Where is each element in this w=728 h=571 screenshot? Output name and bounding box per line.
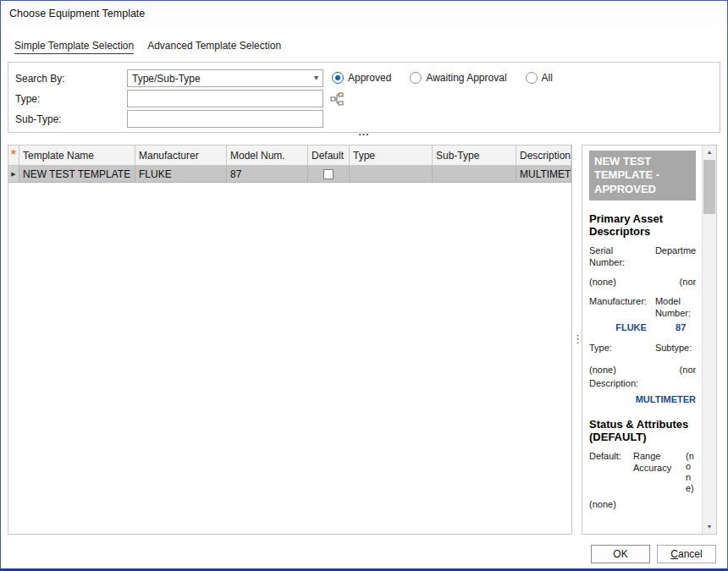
status-attributes-heading: Status & Attributes (DEFAULT) <box>589 418 696 444</box>
subtype-field-value: (none) <box>655 361 696 376</box>
description-label: Description: <box>589 378 696 390</box>
radio-awaiting-approval[interactable]: Awaiting Approval <box>410 72 506 84</box>
range-accuracy-value: (none) <box>686 451 696 494</box>
vertical-splitter-grip[interactable]: ⋮ <box>572 329 582 351</box>
description-value: MULTIMETER <box>589 391 696 405</box>
scroll-up-icon[interactable]: ▲ <box>703 145 716 159</box>
tab-bar: Simple Template Selection Advanced Templ… <box>14 40 281 54</box>
cell-type <box>350 166 433 183</box>
column-header-sub-type[interactable]: Sub-Type <box>433 145 516 166</box>
details-scrollbar[interactable]: ▲ ▼ <box>702 145 716 534</box>
search-by-selected-value: Type/Sub-Type <box>132 73 201 85</box>
table-row[interactable]: ▶ NEW TEST TEMPLATE FLUKE 87 MULTIMETER <box>8 166 571 183</box>
type-input[interactable] <box>127 90 323 107</box>
subtype-field-label: Subtype: <box>655 343 696 354</box>
cancel-button[interactable]: Cancel <box>657 545 716 563</box>
scrollbar-thumb[interactable] <box>703 160 715 214</box>
manufacturer-label: Manufacturer: <box>589 296 647 308</box>
subtype-input[interactable] <box>127 110 323 128</box>
chevron-down-icon: ▾ <box>314 73 318 82</box>
radio-all-label: All <box>542 72 553 84</box>
radio-all[interactable]: All <box>526 72 553 84</box>
subtype-label: Sub-Type: <box>15 113 62 125</box>
default-checkbox[interactable] <box>323 169 334 179</box>
cell-manufacturer: FLUKE <box>135 166 227 183</box>
cell-template-name: NEW TEST TEMPLATE <box>19 166 135 183</box>
scroll-down-icon[interactable]: ▼ <box>703 520 716 534</box>
type-label: Type: <box>15 93 40 105</box>
cell-default <box>308 166 350 183</box>
horizontal-splitter-grip[interactable]: ... <box>1 128 727 140</box>
type-field-label: Type: <box>589 343 647 354</box>
search-by-label: Search By: <box>15 73 65 85</box>
details-content: NEW TEST TEMPLATE - APPROVED Primary Ass… <box>589 151 696 529</box>
tab-advanced-template-selection[interactable]: Advanced Template Selection <box>147 40 281 54</box>
dialog-titlebar: Choose Equipment Template <box>1 1 727 26</box>
column-header-description[interactable]: Description <box>516 145 571 166</box>
primary-asset-descriptors-heading: Primary Asset Descriptors <box>589 212 696 239</box>
default-field-label: Default: <box>589 451 628 463</box>
radio-approved[interactable]: Approved <box>332 72 391 84</box>
range-accuracy-label: Range Accuracy <box>633 451 681 475</box>
radio-awaiting-approval-label: Awaiting Approval <box>426 72 506 84</box>
search-by-dropdown[interactable]: Type/Sub-Type ▾ <box>127 69 323 87</box>
radio-approved-label: Approved <box>348 72 391 84</box>
approval-radio-group: Approved Awaiting Approval All <box>332 72 571 84</box>
cell-sub-type <box>433 166 516 183</box>
serial-number-label: Serial Number: <box>589 245 647 269</box>
column-header-type[interactable]: Type <box>350 145 433 166</box>
default-field-value: (none) <box>589 496 628 510</box>
choose-equipment-template-dialog: Choose Equipment Template Simple Templat… <box>0 0 728 571</box>
description-field: Description: MULTIMETER <box>589 378 696 406</box>
status-fields: Default: (none) Range Accuracy (none) <box>589 451 696 510</box>
new-row-asterisk-icon: * <box>8 145 19 166</box>
tab-simple-template-selection[interactable]: Simple Template Selection <box>14 40 134 54</box>
type-field-value: (none) <box>589 361 647 376</box>
column-header-template-name[interactable]: Template Name <box>19 145 135 166</box>
cell-model-num: 87 <box>227 166 308 183</box>
cell-description: MULTIMETER <box>516 166 571 183</box>
column-header-model-num[interactable]: Model Num. <box>227 145 308 166</box>
grid-header-row: * Template Name Manufacturer Model Num. … <box>8 145 571 166</box>
column-header-default[interactable]: Default <box>308 145 350 166</box>
model-number-label: Model Number: <box>655 296 696 320</box>
column-header-manufacturer[interactable]: Manufacturer <box>135 145 227 166</box>
details-panel: NEW TEST TEMPLATE - APPROVED Primary Ass… <box>582 145 717 535</box>
radio-all-circle <box>526 72 538 84</box>
manufacturer-value: FLUKE <box>589 319 647 333</box>
serial-number-value: (none) <box>589 273 647 288</box>
model-number-value: 87 <box>655 319 696 333</box>
radio-awaiting-approval-circle <box>410 72 422 84</box>
primary-fields: Serial Number: (none) Department: (none)… <box>589 245 696 376</box>
type-lookup-button[interactable] <box>328 91 346 107</box>
search-panel: Search By: Type/Sub-Type ▾ Approved Awai… <box>8 62 720 133</box>
department-label: Department: <box>655 245 696 257</box>
dialog-title: Choose Equipment Template <box>9 8 145 19</box>
template-grid: * Template Name Manufacturer Model Num. … <box>8 145 572 535</box>
current-row-arrow-icon: ▶ <box>8 166 19 183</box>
selected-template-header: NEW TEST TEMPLATE - APPROVED <box>589 151 696 200</box>
department-value: (none) <box>655 273 696 288</box>
radio-approved-circle <box>332 72 344 84</box>
hierarchy-tree-icon <box>330 92 344 106</box>
ok-button[interactable]: OK <box>591 545 650 563</box>
